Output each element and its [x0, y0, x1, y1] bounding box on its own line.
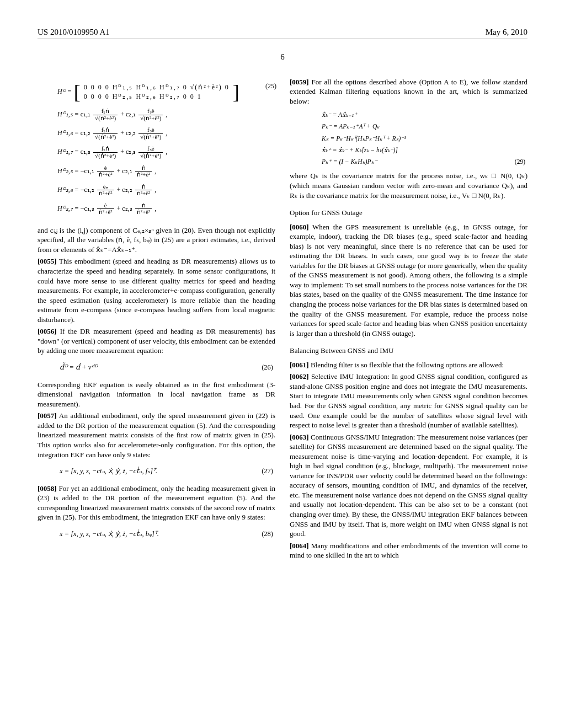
para-0059: [0059] For all the options described abo… — [290, 77, 527, 106]
eq-29-line-3: Kₖ = Pₖ⁻Hₖᵀ(HₖPₖ⁻Hₖᵀ + Rₖ)⁻¹ — [322, 133, 527, 144]
eq-h27: Hᴰ₂,₇ = −c₁,₃ èṅ²+è² + c₂,₃ ṅṅ²+è² , — [57, 202, 275, 216]
publication-date: May 6, 2010 — [486, 26, 527, 38]
para-0063: [0063] Continuous GNSS/IMU Integration: … — [290, 432, 527, 539]
bracket-right-icon: ] — [233, 82, 239, 102]
para-0060-text: When the GPS measurement is unreliable (… — [290, 223, 527, 338]
left-column: Hᴰ = [ 0 0 0 0 Hᴰ₁,₅ Hᴰ₁,₆ Hᴰ₁,₇ 0 √(ṅ²+… — [38, 77, 275, 563]
para-0055: [0055] This embodiment (speed and headin… — [38, 256, 275, 324]
eq-number-25: (25) — [265, 82, 276, 91]
eq-29-line-2: Pₖ⁻ = APₖ₋₁⁺Aᵀ + Qₖ — [322, 121, 527, 132]
eq-h16: Hᴰ₁,₆ = c₁,₂ fₛṅ√(ṅ²+è²) + c₂,₂ fₛè√(ṅ²+… — [57, 127, 275, 140]
eq-26: d̃ᴰ = ḋ + vᵈᴰ (26) — [60, 361, 275, 374]
eq-28-body: x = [x, y, z, −ctᵤ, ẋ, ẏ, ż, −cṫᵤ, bᵩ]ᵀ. — [60, 530, 159, 538]
post-eq29-text: where Qₖ is the covariance matrix for th… — [290, 171, 527, 200]
eq-number-26: (26) — [262, 361, 273, 374]
eq-27: x = [x, y, z, −ctᵤ, ẋ, ẏ, ż, −cṫᵤ, fₛ]ᵀ.… — [60, 465, 275, 478]
pre-0055-text: and cᵢ,ⱼ is the (i,j) component of Cₑ,₂×… — [38, 226, 275, 255]
eq-27-body: x = [x, y, z, −ctᵤ, ẋ, ẏ, ż, −cṫᵤ, fₛ]ᵀ. — [60, 467, 157, 475]
eq-h17: Hᴰ₁,₇ = c₁,₃ fₛṅ√(ṅ²+è²) + c₂,₃ fₛè√(ṅ²+… — [57, 146, 275, 159]
eq-26-body: d̃ᴰ = ḋ + vᵈᴰ — [60, 363, 98, 371]
eq-number-28: (28) — [262, 528, 273, 541]
eq-29-line-5: Pₖ⁺ = (I − KₖHₖ)Pₖ⁻ — [322, 158, 377, 165]
para-num-0063: [0063] — [290, 433, 309, 441]
matrix-lhs: Hᴰ = — [57, 87, 72, 97]
eq-h15: Hᴰ₁,₅ = c₁,₁ fₛṅ√(ṅ²+è²) + c₂,₁ fₛè√(ṅ²+… — [57, 108, 275, 121]
para-0060: [0060] When the GPS measurement is unrel… — [290, 222, 527, 339]
eq-number-27: (27) — [262, 465, 273, 478]
para-0064-text: Many modifications and other embodiments… — [290, 542, 527, 560]
eq-28: x = [x, y, z, −ctᵤ, ẋ, ẏ, ż, −cṫᵤ, bᵩ]ᵀ.… — [60, 528, 275, 541]
para-num-0062: [0062] — [290, 372, 309, 381]
para-0058-text: For yet an additional embodiment, only t… — [38, 484, 275, 522]
para-0055-text: This embodiment (speed and heading as DR… — [38, 257, 275, 323]
para-0056-text: If the DR measurement (speed and heading… — [38, 327, 275, 355]
para-0057: [0057] An additional embodiment, only th… — [38, 411, 275, 459]
para-num-0060: [0060] — [290, 223, 309, 231]
para-0056: [0056] If the DR measurement (speed and … — [38, 326, 275, 356]
eq-h26: Hᴰ₂,₆ = −c₁,₂ èₙṅ²+è² + c₂,₂ ṅṅ²+è² , — [57, 184, 275, 197]
two-column-layout: Hᴰ = [ 0 0 0 0 Hᴰ₁,₅ Hᴰ₁,₆ Hᴰ₁,₇ 0 √(ṅ²+… — [38, 77, 527, 563]
eq-h25: Hᴰ₂,₅ = −c₁,₁ èṅ²+è² + c₂,₁ ṅṅ²+è² , — [57, 165, 275, 178]
page-header: US 2010/0109950 A1 May 6, 2010 — [38, 26, 527, 39]
right-column: [0059] For all the options described abo… — [290, 77, 527, 563]
para-num-0059: [0059] — [290, 78, 309, 86]
heading-balancing: Balancing Between GNSS and IMU — [290, 346, 527, 356]
eq-number-29: (29) — [515, 156, 525, 168]
para-0064: [0064] Many modifications and other embo… — [290, 541, 527, 560]
eq-25-matrix: Hᴰ = [ 0 0 0 0 Hᴰ₁,₅ Hᴰ₁,₆ Hᴰ₁,₇ 0 √(ṅ²+… — [57, 82, 275, 216]
para-num-0058: [0058] — [38, 484, 57, 493]
para-0061: [0061] Blending filter is so flexible th… — [290, 360, 527, 370]
para-0058: [0058] For yet an additional embodiment,… — [38, 484, 275, 522]
para-0061-text: Blending filter is so flexible that the … — [309, 361, 504, 369]
para-num-0055: [0055] — [38, 257, 57, 265]
publication-number: US 2010/0109950 A1 — [38, 26, 110, 38]
bracket-left-icon: [ — [74, 82, 81, 102]
para-num-0057: [0057] — [38, 411, 57, 420]
para-num-0064: [0064] — [290, 542, 309, 550]
para-num-0056: [0056] — [38, 327, 57, 335]
eq-29-line-4: x̂ₖ⁺ = x̂ₖ⁻ + Kₖ[zₖ − hₖ(x̂ₖ⁻)] — [322, 144, 527, 156]
eq-29-block: x̂ₖ⁻ = Ax̂ₖ₋₁⁺ Pₖ⁻ = APₖ₋₁⁺Aᵀ + Qₖ Kₖ = … — [322, 109, 527, 168]
para-0062-text: Selective IMU Integration: In good GNSS … — [290, 372, 527, 429]
matrix-inner: 0 0 0 0 Hᴰ₁,₅ Hᴰ₁,₆ Hᴰ₁,₇ 0 √(ṅ²+è²) 0 0… — [81, 82, 233, 103]
page-number: 6 — [38, 51, 527, 62]
eq-29-line-1: x̂ₖ⁻ = Ax̂ₖ₋₁⁺ — [322, 109, 527, 121]
para-0057-text: An additional embodiment, only the speed… — [38, 411, 275, 458]
heading-gnss-outage: Option for GNSS Outage — [290, 208, 527, 218]
para-num-0061: [0061] — [290, 361, 309, 369]
matrix-row-1: 0 0 0 0 Hᴰ₁,₅ Hᴰ₁,₆ Hᴰ₁,₇ 0 √(ṅ²+è²) 0 — [84, 83, 230, 92]
para-0059-text: For all the options described above (Opt… — [290, 78, 527, 105]
matrix-row-2: 0 0 0 0 Hᴰ₂,₅ Hᴰ₂,₆ Hᴰ₂,₇ 0 0 1 — [84, 92, 230, 101]
post-eq26-text: Corresponding EKF equation is easily obt… — [38, 380, 275, 409]
para-0063-text: Continuous GNSS/IMU Integration: The mea… — [290, 433, 527, 538]
para-0062: [0062] Selective IMU Integration: In goo… — [290, 372, 527, 430]
